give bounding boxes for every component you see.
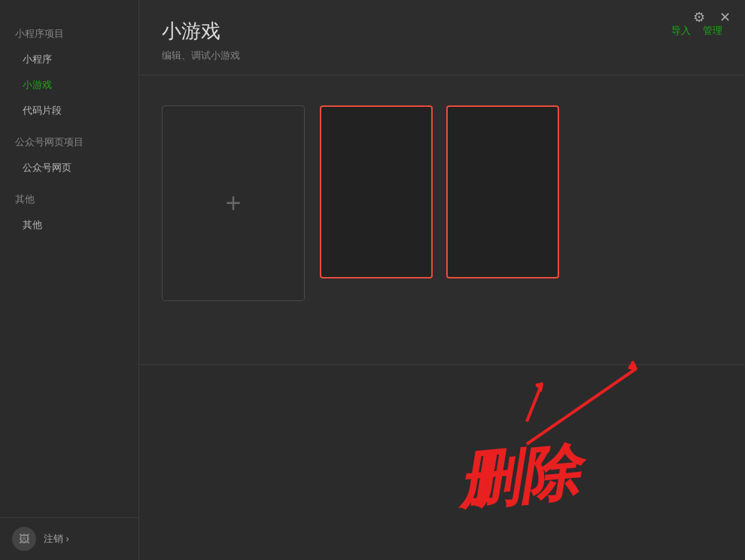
sidebar: 小程序项目 小程序 小游戏 代码片段 公众号网页项目 公众号网页 其他 其他 🖼…: [0, 0, 139, 560]
header-left: 小游戏 编辑、调试小游戏: [162, 18, 240, 62]
project-card-2[interactable]: [446, 105, 559, 278]
plus-icon: +: [225, 187, 241, 219]
section-other-title: 其他: [0, 181, 138, 212]
new-project-card[interactable]: +: [162, 105, 305, 301]
page-subtitle: 编辑、调试小游戏: [162, 49, 240, 62]
page-title: 小游戏: [162, 18, 240, 44]
section-miniprogram-title: 小程序项目: [0, 15, 138, 47]
logout-button[interactable]: 注销 ›: [44, 532, 69, 546]
sidebar-item-minigame[interactable]: 小游戏: [0, 72, 138, 98]
sidebar-item-other[interactable]: 其他: [0, 212, 138, 238]
sidebar-item-miniprogram[interactable]: 小程序: [0, 47, 138, 72]
main-header: 小游戏 编辑、调试小游戏 导入 管理: [139, 0, 745, 75]
bottom-area: [139, 364, 745, 560]
avatar-icon: 🖼: [19, 533, 29, 545]
sidebar-item-mp-webpage[interactable]: 公众号网页: [0, 155, 138, 181]
close-icon[interactable]: ✕: [716, 9, 733, 26]
sidebar-item-code-snippet[interactable]: 代码片段: [0, 98, 138, 123]
project-card-1[interactable]: [320, 105, 433, 278]
top-bar: ⚙ ✕: [679, 0, 745, 35]
settings-icon[interactable]: ⚙: [691, 9, 707, 26]
avatar: 🖼: [12, 527, 36, 551]
section-mp-webpage-title: 公众号网页项目: [0, 123, 138, 155]
sidebar-bottom: 🖼 注销 ›: [0, 517, 139, 560]
